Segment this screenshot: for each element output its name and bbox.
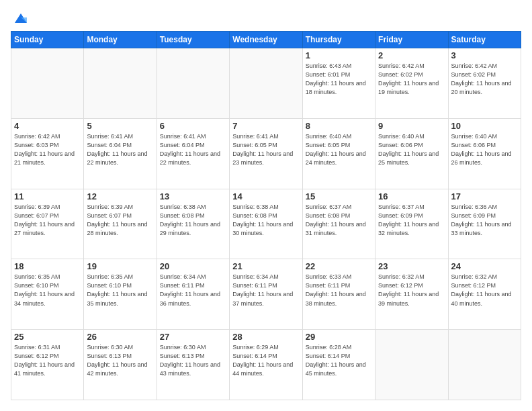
day-number: 14 — [232, 191, 299, 201]
day-number: 2 — [378, 50, 445, 60]
day-info: Sunrise: 6:34 AM Sunset: 6:11 PM Dayligh… — [232, 273, 299, 308]
calendar-cell: 23Sunrise: 6:32 AM Sunset: 6:12 PM Dayli… — [375, 259, 448, 330]
calendar-week-row: 11Sunrise: 6:39 AM Sunset: 6:07 PM Dayli… — [11, 189, 521, 259]
day-info: Sunrise: 6:40 AM Sunset: 6:06 PM Dayligh… — [451, 132, 518, 167]
calendar-cell — [157, 48, 229, 119]
day-number: 8 — [306, 121, 372, 131]
day-info: Sunrise: 6:40 AM Sunset: 6:05 PM Dayligh… — [306, 132, 372, 167]
day-number: 19 — [87, 261, 153, 271]
logo-icon — [13, 11, 28, 26]
day-number: 1 — [306, 50, 372, 60]
day-info: Sunrise: 6:30 AM Sunset: 6:13 PM Dayligh… — [87, 343, 153, 378]
day-number: 11 — [14, 191, 81, 201]
day-number: 24 — [451, 261, 518, 271]
calendar-week-row: 1Sunrise: 6:43 AM Sunset: 6:01 PM Daylig… — [11, 48, 521, 119]
calendar-cell: 7Sunrise: 6:41 AM Sunset: 6:05 PM Daylig… — [230, 118, 302, 189]
day-number: 18 — [14, 261, 81, 271]
calendar-week-row: 4Sunrise: 6:42 AM Sunset: 6:03 PM Daylig… — [11, 118, 521, 189]
day-info: Sunrise: 6:42 AM Sunset: 6:02 PM Dayligh… — [451, 62, 518, 97]
calendar-cell — [375, 330, 448, 400]
calendar-cell: 16Sunrise: 6:37 AM Sunset: 6:09 PM Dayli… — [375, 189, 448, 259]
day-info: Sunrise: 6:35 AM Sunset: 6:10 PM Dayligh… — [14, 273, 81, 308]
day-info: Sunrise: 6:43 AM Sunset: 6:01 PM Dayligh… — [306, 62, 372, 97]
day-info: Sunrise: 6:39 AM Sunset: 6:07 PM Dayligh… — [14, 203, 81, 238]
weekday-header: Friday — [375, 32, 448, 48]
calendar-cell: 5Sunrise: 6:41 AM Sunset: 6:04 PM Daylig… — [84, 118, 157, 189]
logo — [11, 11, 28, 24]
calendar-cell — [84, 48, 157, 119]
day-info: Sunrise: 6:39 AM Sunset: 6:07 PM Dayligh… — [87, 203, 153, 238]
day-info: Sunrise: 6:36 AM Sunset: 6:09 PM Dayligh… — [451, 203, 518, 238]
calendar-cell: 14Sunrise: 6:38 AM Sunset: 6:08 PM Dayli… — [230, 189, 302, 259]
header — [11, 11, 521, 24]
day-number: 5 — [87, 121, 153, 131]
calendar-cell: 2Sunrise: 6:42 AM Sunset: 6:02 PM Daylig… — [375, 48, 448, 119]
day-info: Sunrise: 6:32 AM Sunset: 6:12 PM Dayligh… — [451, 273, 518, 308]
day-number: 25 — [14, 332, 81, 342]
calendar-cell: 19Sunrise: 6:35 AM Sunset: 6:10 PM Dayli… — [84, 259, 157, 330]
day-number: 7 — [232, 121, 299, 131]
day-info: Sunrise: 6:41 AM Sunset: 6:05 PM Dayligh… — [232, 132, 299, 167]
day-number: 6 — [160, 121, 226, 131]
day-info: Sunrise: 6:33 AM Sunset: 6:11 PM Dayligh… — [306, 273, 372, 308]
calendar-cell: 6Sunrise: 6:41 AM Sunset: 6:04 PM Daylig… — [157, 118, 229, 189]
weekday-header: Wednesday — [230, 32, 302, 48]
calendar-cell: 17Sunrise: 6:36 AM Sunset: 6:09 PM Dayli… — [448, 189, 521, 259]
weekday-header: Thursday — [302, 32, 375, 48]
day-info: Sunrise: 6:38 AM Sunset: 6:08 PM Dayligh… — [232, 203, 299, 238]
calendar-cell: 25Sunrise: 6:31 AM Sunset: 6:12 PM Dayli… — [11, 330, 84, 400]
weekday-header: Monday — [84, 32, 157, 48]
calendar-cell: 26Sunrise: 6:30 AM Sunset: 6:13 PM Dayli… — [84, 330, 157, 400]
day-info: Sunrise: 6:42 AM Sunset: 6:02 PM Dayligh… — [378, 62, 445, 97]
day-number: 10 — [451, 121, 518, 131]
weekday-header: Sunday — [11, 32, 84, 48]
day-info: Sunrise: 6:42 AM Sunset: 6:03 PM Dayligh… — [14, 132, 81, 167]
day-info: Sunrise: 6:41 AM Sunset: 6:04 PM Dayligh… — [87, 132, 153, 167]
calendar-cell: 20Sunrise: 6:34 AM Sunset: 6:11 PM Dayli… — [157, 259, 229, 330]
calendar-cell — [11, 48, 84, 119]
day-number: 9 — [378, 121, 445, 131]
calendar-cell: 21Sunrise: 6:34 AM Sunset: 6:11 PM Dayli… — [230, 259, 302, 330]
calendar-cell: 1Sunrise: 6:43 AM Sunset: 6:01 PM Daylig… — [302, 48, 375, 119]
weekday-header: Tuesday — [157, 32, 229, 48]
calendar-cell: 12Sunrise: 6:39 AM Sunset: 6:07 PM Dayli… — [84, 189, 157, 259]
calendar-week-row: 18Sunrise: 6:35 AM Sunset: 6:10 PM Dayli… — [11, 259, 521, 330]
calendar-cell: 13Sunrise: 6:38 AM Sunset: 6:08 PM Dayli… — [157, 189, 229, 259]
day-info: Sunrise: 6:40 AM Sunset: 6:06 PM Dayligh… — [378, 132, 445, 167]
day-number: 16 — [378, 191, 445, 201]
calendar-cell: 11Sunrise: 6:39 AM Sunset: 6:07 PM Dayli… — [11, 189, 84, 259]
calendar-cell: 27Sunrise: 6:30 AM Sunset: 6:13 PM Dayli… — [157, 330, 229, 400]
day-info: Sunrise: 6:29 AM Sunset: 6:14 PM Dayligh… — [232, 343, 299, 378]
day-info: Sunrise: 6:37 AM Sunset: 6:09 PM Dayligh… — [378, 203, 445, 238]
day-number: 4 — [14, 121, 81, 131]
calendar-cell: 9Sunrise: 6:40 AM Sunset: 6:06 PM Daylig… — [375, 118, 448, 189]
day-number: 12 — [87, 191, 153, 201]
day-number: 17 — [451, 191, 518, 201]
day-number: 28 — [232, 332, 299, 342]
day-number: 26 — [87, 332, 153, 342]
weekday-header: Saturday — [448, 32, 521, 48]
day-number: 15 — [306, 191, 372, 201]
day-number: 20 — [160, 261, 226, 271]
day-info: Sunrise: 6:28 AM Sunset: 6:14 PM Dayligh… — [306, 343, 372, 378]
calendar-cell: 15Sunrise: 6:37 AM Sunset: 6:08 PM Dayli… — [302, 189, 375, 259]
day-info: Sunrise: 6:30 AM Sunset: 6:13 PM Dayligh… — [160, 343, 226, 378]
calendar-cell: 8Sunrise: 6:40 AM Sunset: 6:05 PM Daylig… — [302, 118, 375, 189]
calendar-table: SundayMondayTuesdayWednesdayThursdayFrid… — [11, 31, 521, 400]
day-number: 27 — [160, 332, 226, 342]
calendar-cell: 24Sunrise: 6:32 AM Sunset: 6:12 PM Dayli… — [448, 259, 521, 330]
calendar-cell: 10Sunrise: 6:40 AM Sunset: 6:06 PM Dayli… — [448, 118, 521, 189]
calendar-week-row: 25Sunrise: 6:31 AM Sunset: 6:12 PM Dayli… — [11, 330, 521, 400]
calendar-cell: 18Sunrise: 6:35 AM Sunset: 6:10 PM Dayli… — [11, 259, 84, 330]
day-info: Sunrise: 6:31 AM Sunset: 6:12 PM Dayligh… — [14, 343, 81, 378]
day-number: 3 — [451, 50, 518, 60]
day-number: 29 — [306, 332, 372, 342]
calendar-cell: 29Sunrise: 6:28 AM Sunset: 6:14 PM Dayli… — [302, 330, 375, 400]
day-number: 13 — [160, 191, 226, 201]
calendar-cell: 4Sunrise: 6:42 AM Sunset: 6:03 PM Daylig… — [11, 118, 84, 189]
day-info: Sunrise: 6:35 AM Sunset: 6:10 PM Dayligh… — [87, 273, 153, 308]
calendar-cell: 3Sunrise: 6:42 AM Sunset: 6:02 PM Daylig… — [448, 48, 521, 119]
day-info: Sunrise: 6:38 AM Sunset: 6:08 PM Dayligh… — [160, 203, 226, 238]
calendar-cell — [448, 330, 521, 400]
calendar-header-row: SundayMondayTuesdayWednesdayThursdayFrid… — [11, 32, 521, 48]
